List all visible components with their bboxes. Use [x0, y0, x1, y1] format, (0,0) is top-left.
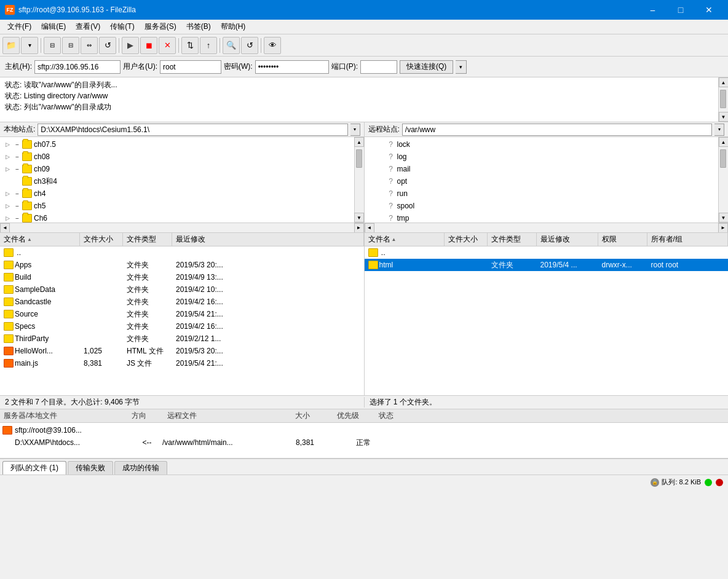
local-tree-scroll-down[interactable]: ▼ [354, 213, 364, 223]
menu-server[interactable]: 服务器(S) [140, 20, 181, 33]
tree-item-log[interactable]: ? log [365, 151, 719, 163]
port-input[interactable] [360, 60, 397, 74]
local-row-specs[interactable]: Specs 文件夹 2019/4/2 16:... [0, 320, 364, 333]
local-col-type[interactable]: 文件类型 [123, 233, 172, 246]
local-row-helloworld[interactable]: HelloWorl... 1,025 HTML 文件 2019/5/3 20:.… [0, 345, 364, 357]
local-tree-scroll-thumb[interactable] [356, 149, 362, 168]
transfer-col-size[interactable]: 大小 [295, 411, 332, 421]
remote-col-modified[interactable]: 最近修改 [537, 233, 598, 246]
menu-file[interactable]: 文件(F) [2, 20, 36, 33]
local-row-build[interactable]: Build 文件夹 2019/4/9 13:... [0, 271, 364, 283]
tree-item-lock[interactable]: ? lock [365, 138, 719, 151]
local-tree-hscroll-right[interactable]: ► [354, 223, 364, 233]
toolbar-reconnect[interactable]: ↺ [241, 37, 258, 54]
toolbar-sitemanager[interactable]: 📁 [2, 37, 20, 54]
toolbar-stop[interactable]: ◼ [140, 37, 157, 54]
remote-row-html[interactable]: html 文件夹 2019/5/4 ... drwxr-x... root ro… [365, 259, 729, 271]
remote-col-type[interactable]: 文件类型 [488, 233, 537, 246]
remote-col-perms[interactable]: 权限 [598, 233, 647, 246]
host-input[interactable] [34, 60, 121, 74]
remote-path-dropdown[interactable]: ▾ [714, 124, 724, 136]
tree-item-ch3and4[interactable]: ch3和4 [0, 175, 354, 187]
tree-item-tmp[interactable]: ? tmp [365, 212, 719, 223]
tree-item-ch4[interactable]: ▷ ‒ ch4 [0, 187, 354, 200]
tree-item-ch6[interactable]: ▷ ‒ Ch6 [0, 212, 354, 223]
transfer-col-priority[interactable]: 优先级 [337, 411, 374, 421]
remote-tree-scroll-thumb[interactable] [720, 149, 726, 168]
local-row-thirdparty[interactable]: ThirdParty 文件夹 2019/2/12 1... [0, 333, 364, 345]
local-col-name[interactable]: 文件名 ▲ [0, 233, 80, 246]
menu-transfer[interactable]: 传输(T) [105, 20, 139, 33]
local-row-apps[interactable]: Apps 文件夹 2019/5/3 20:... [0, 259, 364, 271]
tree-item-opt[interactable]: ? opt [365, 175, 719, 187]
menu-view[interactable]: 查看(V) [71, 20, 105, 33]
tree-item-ch5[interactable]: ▷ ‒ ch5 [0, 200, 354, 212]
local-path-dropdown[interactable]: ▾ [350, 124, 360, 136]
local-tree-scroll-up[interactable]: ▲ [354, 137, 364, 147]
menu-help[interactable]: 帮助(H) [216, 20, 251, 33]
log-scroll-thumb[interactable] [720, 90, 726, 108]
connect-button[interactable]: 快速连接(Q) [400, 60, 453, 74]
remote-col-size[interactable]: 文件大小 [445, 233, 488, 246]
transfer-row-1[interactable]: sftp://root@39.106... [0, 424, 728, 436]
remote-tree-hscroll-right[interactable]: ► [718, 223, 728, 233]
tab-queued-files[interactable]: 列队的文件 (1) [2, 461, 66, 475]
transfer-col-direction[interactable]: 方向 [132, 411, 162, 421]
transfer-col-local[interactable]: 服务器/本地文件 [4, 411, 127, 421]
menu-edit[interactable]: 编辑(E) [36, 20, 71, 33]
remote-tree-scrollbar[interactable]: ▲ ▼ [718, 137, 728, 223]
toolbar-toggle-remote[interactable]: ⊟ [62, 37, 79, 54]
local-row-dotdot[interactable]: .. [0, 246, 364, 259]
tree-item-spool[interactable]: ? spool [365, 200, 719, 212]
toolbar-queue[interactable]: ⇅ [181, 37, 199, 54]
toolbar-transfer-type[interactable]: ⇔ [81, 37, 98, 54]
transfer-col-status[interactable]: 状态 [379, 411, 724, 421]
tree-item-mail[interactable]: ? mail [365, 163, 719, 175]
toolbar-sitemanager-dropdown[interactable]: ▾ [21, 37, 38, 54]
remote-col-name[interactable]: 文件名 ▲ [365, 233, 445, 246]
remote-tree-hscroll-left[interactable]: ◄ [365, 223, 374, 233]
tree-item-ch08[interactable]: ▷ ‒ ch08 [0, 151, 354, 163]
remote-file-tree[interactable]: ? lock ? log ? mail ? opt [365, 137, 719, 223]
connect-dropdown[interactable]: ▾ [456, 60, 467, 74]
remote-row-dotdot[interactable]: .. [365, 246, 729, 259]
transfer-col-remote[interactable]: 远程文件 [167, 411, 290, 421]
toolbar-process[interactable]: ▶ [122, 37, 139, 54]
toolbar-up[interactable]: ↑ [200, 37, 217, 54]
log-scroll-down[interactable]: ▼ [719, 112, 729, 122]
remote-tree-scroll-up[interactable]: ▲ [719, 137, 729, 147]
toolbar-disconnect[interactable]: ✕ [159, 37, 176, 54]
log-scroll-up[interactable]: ▲ [719, 77, 729, 87]
local-file-tree[interactable]: ▷ ‒ ch07.5 ▷ ‒ ch08 ▷ ‒ ch09 [0, 137, 354, 223]
local-col-modified[interactable]: 最近修改 [172, 233, 364, 246]
tab-successful-transfers[interactable]: 成功的传输 [114, 461, 167, 475]
local-row-sandcastle[interactable]: Sandcastle 文件夹 2019/4/2 16:... [0, 296, 364, 308]
local-row-sampledata[interactable]: SampleData 文件夹 2019/4/2 10:... [0, 283, 364, 296]
remote-col-owner[interactable]: 所有者/组 [647, 233, 729, 246]
toolbar-compare[interactable]: 👁 [264, 37, 281, 54]
toolbar-search[interactable]: 🔍 [223, 37, 240, 54]
tab-failed-transfers[interactable]: 传输失败 [68, 461, 113, 475]
local-col-size[interactable]: 文件大小 [80, 233, 123, 246]
close-button[interactable]: ✕ [695, 0, 723, 20]
local-row-source[interactable]: Source 文件夹 2019/5/4 21:... [0, 308, 364, 320]
local-tree-hscroll-left[interactable]: ◄ [0, 223, 10, 233]
local-row-mainjs[interactable]: main.js 8,381 JS 文件 2019/5/4 21:... [0, 357, 364, 369]
username-input[interactable] [160, 60, 221, 74]
remote-file-list[interactable]: .. html 文件夹 2019/5/4 ... drwxr-x... root… [365, 246, 729, 395]
minimize-button[interactable]: ‒ [638, 0, 667, 20]
maximize-button[interactable]: □ [667, 0, 695, 20]
transfer-row-2[interactable]: D:\XXAMP\htdocs... <-- /var/www/html/mai… [0, 436, 728, 449]
password-input[interactable] [255, 60, 329, 74]
local-path-input[interactable] [38, 124, 347, 136]
tree-item-ch09[interactable]: ▷ ‒ ch09 [0, 163, 354, 175]
toolbar-toggle-local[interactable]: ⊟ [44, 37, 61, 54]
remote-tree-scroll-down[interactable]: ▼ [719, 213, 729, 223]
local-tree-scrollbar[interactable]: ▲ ▼ [354, 137, 364, 223]
tree-item-ch075[interactable]: ▷ ‒ ch07.5 [0, 138, 354, 151]
tree-item-run[interactable]: ? run [365, 187, 719, 200]
local-file-list[interactable]: .. Apps 文件夹 2019/5/3 20:... Build [0, 246, 364, 395]
log-scrollbar[interactable]: ▲ ▼ [718, 77, 728, 122]
transfer-list[interactable]: sftp://root@39.106... D:\XXAMP\htdocs...… [0, 423, 728, 458]
toolbar-refresh[interactable]: ↺ [99, 37, 116, 54]
